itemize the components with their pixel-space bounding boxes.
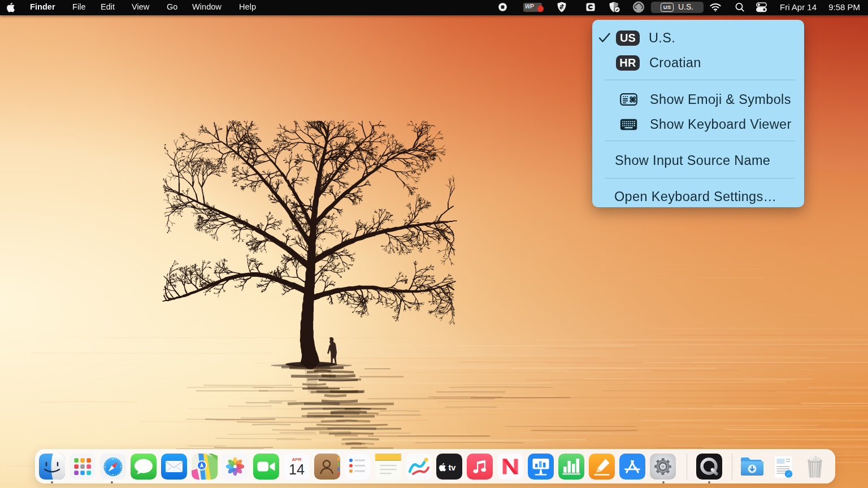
svg-text:tv: tv [448, 463, 455, 472]
svg-text:14: 14 [289, 461, 305, 477]
